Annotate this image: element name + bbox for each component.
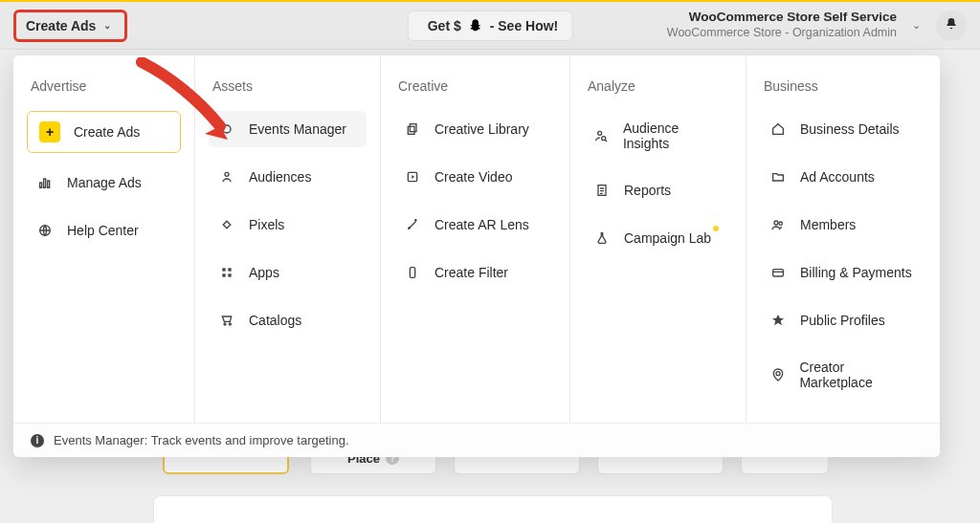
menu-catalogs[interactable]: Catalogs [209, 302, 367, 338]
menu-creator-marketplace[interactable]: Creator Marketplace [760, 350, 926, 400]
menu-label: Business Details [800, 121, 900, 137]
grid-icon [218, 264, 235, 281]
svg-point-24 [774, 221, 778, 225]
menu-pixels[interactable]: Pixels [209, 207, 367, 243]
creative-header: Creative [394, 78, 556, 94]
menu-public-profiles[interactable]: Public Profiles [760, 302, 926, 338]
menu-events-manager[interactable]: Events Manager [209, 111, 367, 147]
menu-label: Public Profiles [800, 313, 885, 328]
account-switcher[interactable]: WooCommerce Store Self Service WooCommer… [667, 10, 897, 41]
menu-label: Create Ads [74, 124, 140, 140]
svg-point-14 [224, 323, 226, 325]
promo-text-prefix: Get $ [428, 18, 461, 33]
nav-dropdown-panel: Advertise + Create Ads Manage Ads Help C… [13, 55, 940, 457]
col-advertise: Advertise + Create Ads Manage Ads Help C… [13, 55, 195, 423]
svg-marker-19 [412, 175, 414, 179]
svg-point-7 [223, 125, 231, 133]
menu-billing-payments[interactable]: Billing & Payments [760, 254, 926, 291]
menu-create-ads[interactable]: + Create Ads [27, 111, 181, 153]
bar-chart-icon [36, 174, 54, 191]
menu-label: Creator Marketplace [799, 360, 917, 390]
menu-business-details[interactable]: Business Details [760, 111, 926, 147]
notifications-button[interactable] [936, 11, 967, 41]
person-icon [218, 168, 235, 185]
menu-label: Catalogs [249, 313, 301, 328]
svg-rect-3 [40, 183, 42, 187]
menu-audience-insights[interactable]: Audience Insights [584, 111, 732, 161]
svg-rect-20 [410, 268, 414, 278]
menu-label: Help Center [67, 223, 139, 238]
svg-rect-12 [222, 273, 225, 276]
svg-rect-13 [228, 273, 231, 276]
menu-label: Audiences [249, 169, 311, 185]
menu-members[interactable]: Members [760, 207, 926, 243]
svg-rect-9 [223, 221, 231, 229]
menu-label: Create Filter [434, 265, 508, 280]
video-icon [404, 168, 421, 185]
cart-icon [218, 312, 235, 329]
menu-creative-library[interactable]: Creative Library [394, 111, 556, 147]
svg-rect-26 [773, 270, 784, 276]
chevron-down-icon[interactable]: ⌄ [912, 19, 921, 32]
menu-campaign-lab[interactable]: Campaign Lab [584, 220, 732, 256]
chevron-down-icon: ⌄ [103, 20, 111, 31]
snapchat-ghost-icon [467, 17, 484, 34]
menu-label: Members [800, 217, 856, 232]
menu-reports[interactable]: Reports [584, 172, 732, 208]
menu-label: Campaign Lab [624, 230, 711, 246]
menu-create-video[interactable]: Create Video [394, 159, 556, 195]
menu-create-filter[interactable]: Create Filter [394, 254, 556, 291]
menu-label: Events Manager [249, 121, 346, 137]
col-creative: Creative Creative Library Create Video C… [381, 55, 570, 423]
col-assets: Assets Events Manager Audiences Pixels A… [195, 55, 381, 423]
plus-icon: + [39, 121, 60, 142]
report-icon [593, 182, 611, 199]
advertise-header: Advertise [27, 78, 181, 94]
circle-icon [218, 120, 235, 138]
menu-label: Creative Library [434, 121, 529, 137]
new-badge-icon [713, 226, 719, 231]
svg-point-21 [598, 131, 602, 135]
create-ads-dropdown[interactable]: Create Ads ⌄ [13, 10, 127, 42]
wand-icon [404, 216, 421, 233]
svg-rect-16 [410, 124, 416, 132]
flask-icon [593, 229, 611, 247]
card-icon [769, 264, 787, 281]
menu-label: Pixels [249, 217, 284, 232]
svg-rect-10 [222, 268, 225, 271]
footer-text: Events Manager: Track events and improve… [54, 433, 349, 447]
person-search-icon [593, 127, 610, 144]
star-icon [769, 312, 787, 329]
svg-rect-17 [408, 126, 414, 134]
create-ads-label: Create Ads [26, 18, 96, 33]
menu-label: Ad Accounts [800, 169, 875, 185]
menu-label: Billing & Payments [800, 265, 912, 280]
account-role: WooCommerce Store - Organization Admin [667, 26, 897, 41]
pin-icon [769, 366, 786, 383]
promo-text-suffix: - See How! [490, 18, 559, 33]
globe-icon [36, 222, 54, 239]
menu-ad-accounts[interactable]: Ad Accounts [760, 159, 926, 195]
menu-help-center[interactable]: Help Center [27, 212, 181, 249]
menu-apps[interactable]: Apps [209, 254, 367, 291]
menu-label: Reports [624, 183, 671, 198]
svg-point-8 [225, 172, 229, 176]
bg-lower-card [153, 495, 833, 523]
analyze-header: Analyze [584, 78, 732, 94]
business-header: Business [760, 78, 926, 94]
menu-audiences[interactable]: Audiences [209, 159, 367, 195]
diamond-icon [218, 216, 235, 233]
col-analyze: Analyze Audience Insights Reports Campai… [570, 55, 746, 423]
svg-rect-4 [44, 179, 46, 187]
menu-create-ar-lens[interactable]: Create AR Lens [394, 207, 556, 243]
promo-pill[interactable]: Get $ - See How! [408, 11, 573, 41]
menu-label: Audience Insights [623, 120, 723, 151]
menu-label: Create AR Lens [434, 217, 529, 232]
menu-label: Manage Ads [67, 175, 142, 190]
menu-manage-ads[interactable]: Manage Ads [27, 164, 181, 201]
copy-icon [404, 120, 421, 138]
col-business: Business Business Details Ad Accounts Me… [746, 55, 940, 423]
bell-icon [944, 16, 959, 35]
nav-columns: Advertise + Create Ads Manage Ads Help C… [13, 55, 940, 423]
svg-point-25 [779, 222, 782, 225]
